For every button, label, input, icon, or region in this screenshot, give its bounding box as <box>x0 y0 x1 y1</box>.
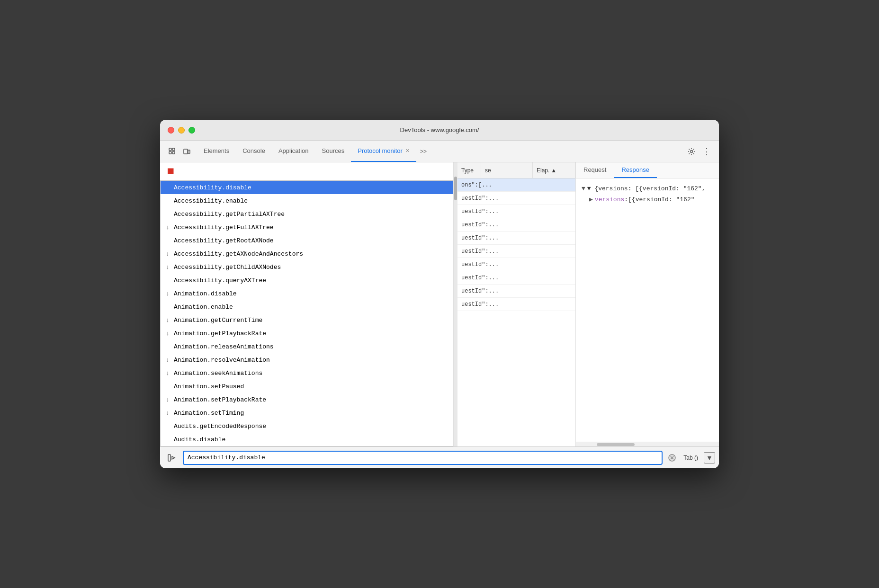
tree-expand-icon[interactable]: ▼ <box>582 183 585 194</box>
close-button[interactable] <box>168 127 174 134</box>
svg-rect-4 <box>184 149 188 154</box>
request-item-7[interactable]: uestId":... <box>457 271 575 285</box>
autocomplete-item-9[interactable]: Animation.enable <box>161 300 453 313</box>
clear-input-button[interactable] <box>666 452 678 463</box>
autocomplete-item-15[interactable]: Animation.setPaused <box>161 380 453 393</box>
tab-application[interactable]: Application <box>272 141 315 162</box>
right-panel: Request Response ▼ ▼ {versions: [{versio… <box>576 162 719 446</box>
autocomplete-item-19[interactable]: Audits.disable <box>161 433 453 446</box>
right-panel-scrollbar[interactable] <box>576 442 719 446</box>
autocomplete-item-8[interactable]: ↓ Animation.disable <box>161 287 453 300</box>
arrow-icon-6: ↓ <box>163 264 172 271</box>
arrow-icon-16: ↓ <box>163 396 172 403</box>
autocomplete-item-17[interactable]: ↓ Animation.setTiming <box>161 406 453 419</box>
run-script-button[interactable] <box>164 450 179 465</box>
command-input[interactable] <box>183 451 663 465</box>
autocomplete-item-13[interactable]: ↓ Animation.resolveAnimation <box>161 353 453 366</box>
autocomplete-item-18[interactable]: Audits.getEncodedResponse <box>161 419 453 433</box>
tab-hint: Tab () <box>682 454 700 461</box>
titlebar: DevTools - www.google.com/ <box>160 120 719 141</box>
autocomplete-item-1[interactable]: Accessibility.enable <box>161 194 453 207</box>
autocomplete-item-5[interactable]: ↓ Accessibility.getAXNodeAndAncestors <box>161 247 453 260</box>
devtools: Elements Console Application Sources Pro… <box>160 141 719 468</box>
svg-rect-0 <box>169 148 171 151</box>
request-item-4[interactable]: uestId":... <box>457 232 575 245</box>
tab-close-icon[interactable]: ✕ <box>405 148 410 154</box>
arrow-icon-13: ↓ <box>163 356 172 364</box>
request-item-9[interactable]: uestId":... <box>457 298 575 311</box>
col-elapsed-header: Elap. ▲ <box>533 162 575 178</box>
select-element-icon[interactable] <box>166 145 179 158</box>
autocomplete-item-2[interactable]: Accessibility.getPartialAXTree <box>161 207 453 221</box>
arrow-icon-8: ↓ <box>163 290 172 297</box>
arrow-icon-3: ↓ <box>163 224 172 231</box>
autocomplete-item-14[interactable]: ↓ Animation.seekAnimations <box>161 366 453 380</box>
response-content: ▼ ▼ {versions: [{versionId: "162", ▶ ver… <box>576 178 719 442</box>
autocomplete-item-10[interactable]: ↓ Animation.getCurrentTime <box>161 313 453 327</box>
request-item-5[interactable]: uestId":... <box>457 245 575 258</box>
tab-elements[interactable]: Elements <box>197 141 236 162</box>
left-panel-scrollbar[interactable] <box>454 162 457 446</box>
autocomplete-item-11[interactable]: ↓ Animation.getPlaybackRate <box>161 327 453 340</box>
autocomplete-item-12[interactable]: Animation.releaseAnimations <box>161 340 453 353</box>
request-item-8[interactable]: uestId":... <box>457 285 575 298</box>
dropdown-button[interactable]: ▼ <box>704 452 715 463</box>
scrollbar-track <box>454 162 457 446</box>
middle-panel: Type se Elap. ▲ ons":[... uestId" <box>457 162 576 446</box>
autocomplete-item-6[interactable]: ↓ Accessibility.getChildAXNodes <box>161 260 453 274</box>
svg-rect-1 <box>169 151 171 154</box>
main-content: ⏹ Accessibility.disable Accessibility.en… <box>160 162 719 446</box>
arrow-icon-14: ↓ <box>163 370 172 377</box>
column-headers: Type se Elap. ▲ <box>457 162 575 178</box>
toolbar-right: ⋮ <box>681 141 717 162</box>
tab-response[interactable]: Response <box>614 162 657 178</box>
col-response-header: se <box>481 162 533 178</box>
autocomplete-item-7[interactable]: Accessibility.queryAXTree <box>161 274 453 287</box>
device-toolbar-icon[interactable] <box>180 145 193 158</box>
traffic-lights <box>168 127 195 134</box>
request-item-3[interactable]: uestId":... <box>457 218 575 232</box>
titlebar-title: DevTools - www.google.com/ <box>400 126 479 134</box>
arrow-icon-17: ↓ <box>163 410 172 417</box>
autocomplete-item-4[interactable]: Accessibility.getRootAXNode <box>161 234 453 247</box>
tab-request[interactable]: Request <box>576 162 614 178</box>
stop-button[interactable]: ⏹ <box>164 165 177 178</box>
tree-collapsed-icon[interactable]: ▶ <box>589 194 593 205</box>
arrow-icon-5: ↓ <box>163 250 172 258</box>
tree-line-1: ▼ ▼ {versions: [{versionId: "162", <box>582 183 713 194</box>
horizontal-scrollbar-thumb[interactable] <box>597 443 635 446</box>
tab-sources[interactable]: Sources <box>315 141 351 162</box>
svg-rect-3 <box>172 151 175 154</box>
tab-console[interactable]: Console <box>236 141 272 162</box>
request-list[interactable]: ons":[... uestId":... uestId":... uestId… <box>457 178 575 446</box>
more-tabs-button[interactable]: >> <box>416 141 431 162</box>
request-item-6[interactable]: uestId":... <box>457 258 575 271</box>
filter-bar: ⏹ <box>160 162 453 180</box>
response-tree: ▼ ▼ {versions: [{versionId: "162", ▶ ver… <box>582 183 713 205</box>
left-panel: ⏹ Accessibility.disable Accessibility.en… <box>160 162 454 446</box>
svg-rect-5 <box>188 150 190 153</box>
scrollbar-thumb[interactable] <box>454 177 457 200</box>
minimize-button[interactable] <box>178 127 185 134</box>
sort-arrow-icon: ▲ <box>551 167 556 174</box>
request-item-1[interactable]: uestId":... <box>457 192 575 205</box>
panel-tabs: Request Response <box>576 162 719 178</box>
tab-protocol-monitor[interactable]: Protocol monitor ✕ <box>351 141 416 162</box>
toolbar: Elements Console Application Sources Pro… <box>160 141 719 162</box>
svg-rect-7 <box>168 454 170 461</box>
tree-line-2: ▶ versions : [{versionId: "162" <box>589 194 713 205</box>
svg-rect-2 <box>172 148 175 151</box>
svg-point-6 <box>691 150 693 152</box>
settings-button[interactable] <box>685 145 698 158</box>
request-item-0[interactable]: ons":[... <box>457 178 575 192</box>
autocomplete-item-3[interactable]: ↓ Accessibility.getFullAXTree <box>161 221 453 234</box>
devtools-window: DevTools - www.google.com/ <box>160 120 719 468</box>
request-item-2[interactable]: uestId":... <box>457 205 575 218</box>
maximize-button[interactable] <box>188 127 195 134</box>
autocomplete-item-0[interactable]: Accessibility.disable <box>161 181 453 194</box>
more-options-button[interactable]: ⋮ <box>700 145 713 158</box>
autocomplete-list[interactable]: Accessibility.disable Accessibility.enab… <box>160 180 453 446</box>
arrow-icon-10: ↓ <box>163 317 172 324</box>
autocomplete-item-16[interactable]: ↓ Animation.setPlaybackRate <box>161 393 453 406</box>
toolbar-icons <box>162 141 197 162</box>
